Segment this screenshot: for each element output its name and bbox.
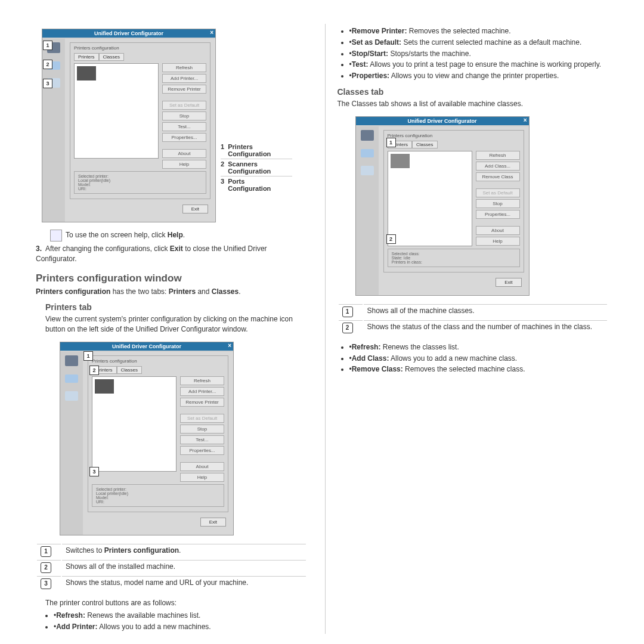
legend-table-classes: 1Shows all of the machine classes. 2Show… <box>338 303 609 336</box>
button-list-cont: •Remove Printer: Removes the selected ma… <box>338 26 609 81</box>
note-text: To use the on screen help, click <box>66 231 168 239</box>
window-title: Unified Driver Configurator× <box>42 29 215 38</box>
window-title: Unified Driver Configurator× <box>60 342 233 351</box>
about-button[interactable]: About <box>162 149 206 158</box>
classes-tab-desc: The Classes tab shows a list of availabl… <box>338 99 609 109</box>
callout-1: 1 <box>83 351 93 361</box>
legend-table: 1Switches to Printers configuration. 2Sh… <box>36 543 307 592</box>
selected-class-panel: Selected class: State: Idle Printers in … <box>388 249 520 267</box>
callout-3: 3 <box>43 79 52 88</box>
ports-config-icon[interactable] <box>65 391 78 401</box>
callout-2: 2 <box>386 234 396 244</box>
selected-printer-panel: Selected printer: Local printer(idle) Mo… <box>74 171 206 194</box>
selected-printer-panel: Selected printer: Local printer(idle) Mo… <box>92 484 224 507</box>
properties-button[interactable]: Properties... <box>162 133 206 142</box>
callout-2: 2 <box>89 366 99 375</box>
window-title: Unified Driver Configurator× <box>356 117 529 125</box>
printers-config-icon[interactable] <box>361 130 374 141</box>
test-button[interactable]: Test... <box>162 122 206 131</box>
tab-printers[interactable]: Printers <box>74 53 99 61</box>
printer-list[interactable] <box>92 376 177 472</box>
note-icon <box>50 230 62 242</box>
printers-config-icon[interactable] <box>65 355 78 366</box>
callout-1: 1 <box>43 41 52 50</box>
class-list[interactable] <box>388 151 472 246</box>
callout-2: 2 <box>43 60 52 69</box>
printer-list[interactable] <box>74 63 159 159</box>
scanners-config-icon[interactable] <box>361 149 374 157</box>
class-button-list: •Refresh: Renews the classes list. •Add … <box>338 342 609 374</box>
ports-config-icon[interactable] <box>361 166 374 175</box>
exit-button[interactable]: Exit <box>182 205 208 213</box>
button-list: •Refresh: Renews the available machines … <box>36 611 307 632</box>
help-button[interactable]: Help <box>162 160 206 169</box>
add-printer-button[interactable]: Add Printer... <box>162 74 206 83</box>
set-default-button[interactable]: Set as Default <box>162 101 206 110</box>
fieldset-label: Printers configuration <box>74 45 206 51</box>
heading-printers-config: Printers configuration window <box>36 273 307 284</box>
callout-3: 3 <box>89 467 99 476</box>
refresh-button[interactable]: Refresh <box>162 63 206 72</box>
callout-1: 1 <box>386 138 396 147</box>
scanners-config-icon[interactable] <box>65 374 78 383</box>
printers-tab-desc: View the current system's printer config… <box>36 314 307 335</box>
remove-printer-button[interactable]: Remove Printer <box>162 85 206 94</box>
tab-classes[interactable]: Classes <box>99 53 124 61</box>
stop-button[interactable]: Stop <box>162 112 206 120</box>
heading-classes-tab: Classes tab <box>338 87 609 97</box>
heading-printers-tab: Printers tab <box>36 302 307 312</box>
button-intro: The printer control buttons are as follo… <box>36 598 307 608</box>
